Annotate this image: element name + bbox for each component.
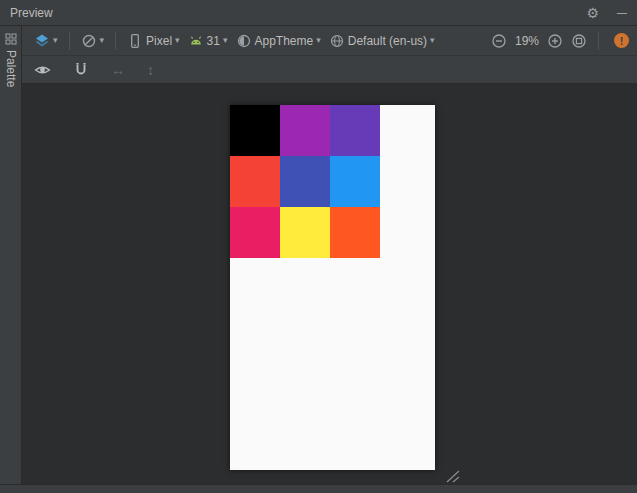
chevron-down-icon: ▾ [316,36,321,45]
ui-mode-button[interactable]: ▾ [77,31,109,51]
titlebar: Preview ⚙ ─ [0,0,637,26]
left-tool-stripe: Palette [0,26,22,484]
sidebar-item-palette[interactable]: Palette [0,26,21,87]
color-swatch[interactable] [230,207,280,258]
locale-selector-button[interactable]: Default (en-us) ▾ [325,31,439,51]
chevron-down-icon: ▾ [175,36,180,45]
palette-tab-label: Palette [4,50,18,87]
device-artboard[interactable] [230,105,435,470]
color-swatch[interactable] [330,105,380,156]
zoom-level: 19% [515,34,539,48]
theme-icon [236,33,252,49]
color-swatch[interactable] [330,156,380,207]
theme-selector-button[interactable]: AppTheme ▾ [232,31,325,51]
phone-icon [127,33,143,49]
color-swatch[interactable] [230,105,280,156]
bottom-strip [0,484,637,493]
color-swatch[interactable] [280,207,330,258]
zoom-out-icon [491,33,507,49]
color-swatch[interactable] [280,156,330,207]
globe-icon [329,33,345,49]
gear-icon[interactable]: ⚙ [587,6,600,20]
slashed-circle-icon [81,33,97,49]
minimize-icon[interactable]: ─ [617,6,627,20]
android-icon [188,33,204,49]
zoom-fit-icon [571,33,587,49]
toolbar-separator [69,32,70,50]
chevron-down-icon: ▾ [223,36,228,45]
design-canvas[interactable] [22,84,637,484]
chevron-down-icon: ▾ [100,36,105,45]
color-swatch[interactable] [330,207,380,258]
locale-selector-label: Default (en-us) [348,34,427,48]
api-level-label: 31 [207,34,220,48]
zoom-out-button[interactable] [487,31,511,51]
device-selector-label: Pixel [146,34,172,48]
chevron-down-icon: ▾ [53,36,58,45]
render-issues-button[interactable]: ! [614,33,629,48]
magnet-icon [73,62,89,78]
view-options-button[interactable] [30,60,55,80]
layers-icon [34,33,50,49]
artboard-resize-handle[interactable] [446,470,460,483]
palette-icon [5,33,17,45]
toolbar-separator [598,32,599,50]
design-toolbar: ▾ ▾ Pixel ▾ [22,26,637,56]
design-surface-button[interactable]: ▾ [30,31,62,51]
vertical-margin-button[interactable]: ↕ [143,61,158,79]
vertical-arrows-icon: ↕ [147,63,154,77]
canvas-toolbar: ↔ ↕ [22,57,637,84]
preview-panel: Preview ⚙ ─ ▾ ▾ [0,0,637,493]
zoom-in-icon [547,33,563,49]
device-selector-button[interactable]: Pixel ▾ [123,31,184,51]
chevron-down-icon: ▾ [430,36,435,45]
autoconnect-button[interactable] [69,60,93,80]
horizontal-margin-button[interactable]: ↔ [107,61,129,79]
zoom-in-button[interactable] [543,31,567,51]
zoom-fit-button[interactable] [567,31,591,51]
eye-icon [34,62,51,78]
theme-selector-label: AppTheme [255,34,314,48]
color-swatch[interactable] [280,105,330,156]
color-swatch[interactable] [230,156,280,207]
api-level-button[interactable]: 31 ▾ [184,31,232,51]
color-swatch-grid [230,105,380,258]
panel-title: Preview [10,6,53,20]
toolbar-separator [115,32,116,50]
horizontal-arrows-icon: ↔ [111,63,125,77]
